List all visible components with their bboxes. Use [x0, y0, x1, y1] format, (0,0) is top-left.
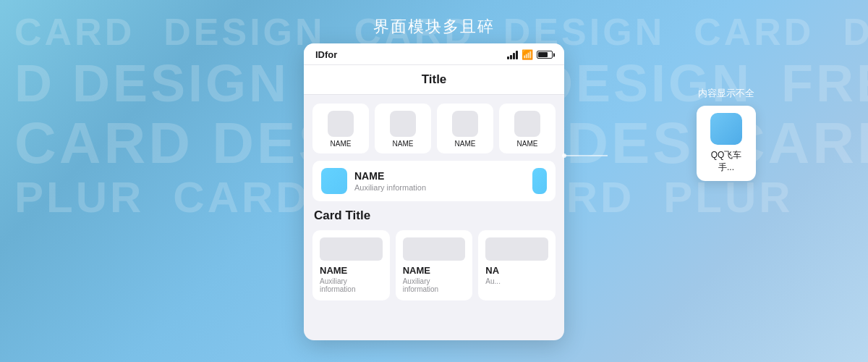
nav-title: Title	[422, 72, 447, 86]
section-title: Card Title	[312, 209, 556, 223]
card-aux-3: Au...	[485, 277, 548, 285]
status-icons: 📶	[507, 49, 553, 60]
card-item-3[interactable]: NA Au...	[478, 230, 556, 300]
connector-line	[304, 127, 644, 185]
card-name-2: NAME	[403, 265, 466, 276]
battery-icon	[537, 51, 553, 59]
tooltip-card-text: QQ飞车手...	[704, 149, 749, 174]
tooltip-balloon: 内容显示不全 QQ飞车手...	[697, 87, 756, 181]
card-icon-3	[485, 237, 548, 261]
phone-mockup: IDfor 📶 Title	[304, 43, 564, 340]
card-grid: NAME Auxiliary information NAME Auxiliar…	[312, 230, 556, 300]
app-name-label: IDfor	[315, 49, 337, 60]
nav-bar: Title	[304, 65, 564, 95]
signal-icon	[507, 51, 518, 59]
card-name-3: NA	[485, 265, 548, 276]
card-item-1[interactable]: NAME Auxiliary information	[312, 230, 390, 300]
tooltip-label: 内容显示不全	[698, 87, 754, 100]
wifi-icon: 📶	[522, 49, 533, 60]
card-item-2[interactable]: NAME Auxiliary information	[396, 230, 473, 300]
page-title: 界面模块多且碎	[0, 0, 868, 49]
card-icon-2	[403, 237, 466, 261]
status-bar: IDfor 📶	[304, 43, 564, 65]
tooltip-card: QQ飞车手...	[697, 106, 756, 181]
card-icon-1	[320, 237, 383, 261]
card-name-1: NAME	[320, 265, 383, 276]
card-aux-1: Auxiliary information	[320, 277, 383, 293]
tooltip-app-icon	[710, 113, 742, 145]
svg-point-1	[562, 153, 566, 158]
card-aux-2: Auxiliary information	[403, 277, 466, 293]
